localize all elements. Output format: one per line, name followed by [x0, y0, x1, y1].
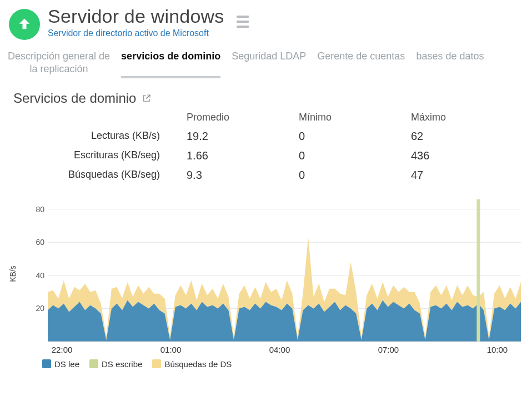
page-header: Servidor de windows Servidor de director… [6, 3, 529, 40]
titles: Servidor de windows Servidor de director… [48, 6, 224, 38]
row-reads-max: 62 [411, 130, 516, 143]
stats-table: Promedio Mínimo Máximo Lecturas (KB/s) 1… [13, 109, 521, 182]
row-reads-min: 0 [299, 130, 404, 143]
row-reads-label: Lecturas (KB/s) [13, 130, 180, 143]
section-title: Servicios de dominio [13, 91, 529, 106]
row-writes-avg: 1.66 [187, 149, 292, 162]
row-writes-max: 436 [411, 149, 516, 162]
external-link-icon[interactable] [142, 93, 152, 103]
col-avg: Promedio [187, 109, 292, 123]
chart-legend: DS lee DS escribe Búsquedas de DS [42, 359, 529, 369]
svg-text:22:00: 22:00 [52, 345, 73, 354]
y-axis-label: KB/s [8, 265, 17, 282]
row-searches-min: 0 [299, 169, 404, 182]
row-searches-avg: 9.3 [187, 169, 292, 182]
svg-text:40: 40 [36, 271, 44, 280]
legend-item-searches: Búsquedas de DS [152, 359, 232, 369]
svg-text:01:00: 01:00 [160, 345, 182, 354]
svg-text:80: 80 [36, 205, 44, 214]
row-writes-label: Escrituras (KB/seg) [13, 149, 180, 162]
tab-bar: Descripción general de la replicación se… [6, 50, 529, 78]
svg-text:07:00: 07:00 [378, 345, 399, 354]
section-title-text: Servicios de dominio [13, 91, 136, 106]
row-searches-label: Búsquedas (KB/seg) [13, 169, 180, 182]
svg-text:60: 60 [36, 238, 44, 247]
svg-text:20: 20 [36, 304, 44, 313]
row-reads-avg: 19.2 [187, 130, 292, 143]
row-writes-min: 0 [299, 149, 404, 162]
legend-item-reads: DS lee [42, 359, 79, 369]
chart-container: KB/s 2040608022:0001:0004:0007:0010:00 [6, 189, 529, 356]
legend-item-writes: DS escribe [89, 359, 142, 369]
tab-domain-services[interactable]: servicios de dominio [121, 50, 220, 78]
tab-databases[interactable]: bases de datos [416, 50, 484, 78]
page-title: Servidor de windows [48, 6, 224, 27]
tab-account-manager[interactable]: Gerente de cuentas [317, 50, 405, 78]
tab-ldap-security[interactable]: Seguridad LDAP [232, 50, 306, 78]
area-chart: 2040608022:0001:0004:0007:0010:00 [32, 189, 523, 356]
status-up-icon [9, 9, 40, 40]
row-searches-max: 47 [411, 169, 516, 182]
tab-replication-overview[interactable]: Descripción general de la replicación [8, 50, 110, 78]
svg-text:04:00: 04:00 [269, 345, 290, 354]
page-subtitle[interactable]: Servidor de directorio activo de Microso… [48, 28, 224, 38]
menu-icon[interactable] [237, 16, 249, 28]
svg-text:10:00: 10:00 [487, 345, 508, 354]
col-max: Máximo [411, 109, 516, 123]
col-min: Mínimo [299, 109, 404, 123]
